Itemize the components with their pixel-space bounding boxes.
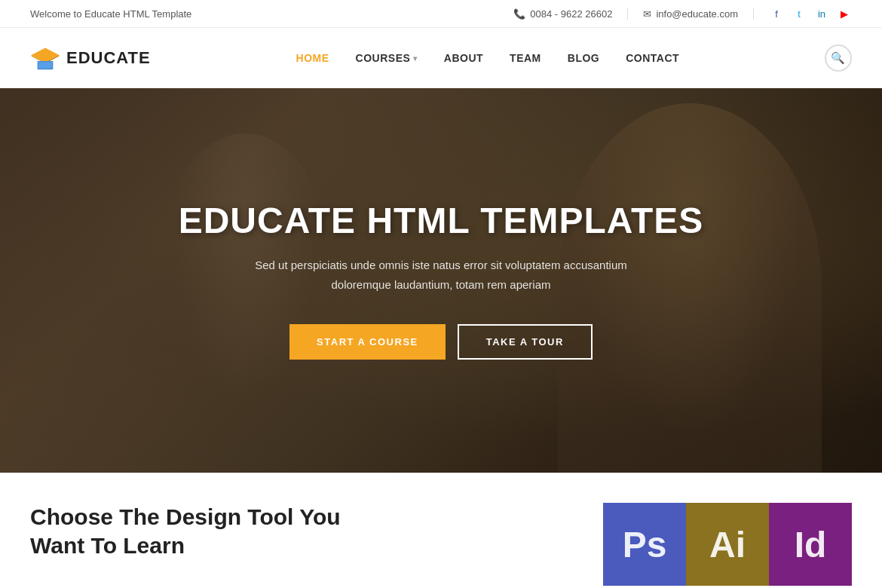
youtube-icon[interactable]: ▶ <box>837 6 852 21</box>
email-contact: ✉ info@educate.com <box>643 8 738 20</box>
illustrator-tool[interactable]: Ai <box>686 503 769 586</box>
divider2 <box>753 8 754 20</box>
logo[interactable]: EDUCATE <box>30 43 151 73</box>
nav-menu: HOME COURSES ▾ ABOUT TEAM BLOG CONTACT <box>296 52 680 64</box>
indesign-tool[interactable]: Id <box>769 503 852 586</box>
twitter-icon[interactable]: t <box>792 6 807 21</box>
top-bar: Welcome to Educate HTML Template 📞 0084 … <box>0 0 882 28</box>
svg-rect-4 <box>38 63 52 69</box>
hero-section: EDUCATE HTML TEMPLATES Sed ut perspiciat… <box>0 88 882 473</box>
nav-about[interactable]: ABOUT <box>444 52 483 64</box>
facebook-icon[interactable]: f <box>769 6 784 21</box>
bottom-section: Choose The Design Tool You Want To Learn… <box>0 473 882 586</box>
welcome-text: Welcome to Educate HTML Template <box>30 8 191 20</box>
social-links: f t in ▶ <box>769 6 852 21</box>
photoshop-tool[interactable]: Ps <box>603 503 686 586</box>
hero-subtitle: Sed ut perspiciatis unde omnis iste natu… <box>179 256 704 294</box>
navbar: EDUCATE HOME COURSES ▾ ABOUT TEAM BLOG C… <box>0 28 882 88</box>
divider <box>627 8 628 20</box>
start-course-button[interactable]: START A COURSE <box>289 324 446 360</box>
search-button[interactable]: 🔍 <box>825 44 852 72</box>
phone-contact: 📞 0084 - 9622 26602 <box>513 8 612 20</box>
nav-home[interactable]: HOME <box>296 52 329 64</box>
hero-content: EDUCATE HTML TEMPLATES Sed ut perspiciat… <box>164 201 719 360</box>
courses-label: COURSES <box>356 52 411 64</box>
email-address: info@educate.com <box>656 8 738 20</box>
search-icon: 🔍 <box>831 51 845 65</box>
phone-icon: 📞 <box>513 8 525 20</box>
linkedin-icon[interactable]: in <box>814 6 829 21</box>
bottom-heading: Choose The Design Tool You Want To Learn <box>30 503 341 559</box>
hero-title: EDUCATE HTML TEMPLATES <box>179 201 704 241</box>
design-tools: Ps Ai Id <box>603 503 852 586</box>
nav-contact[interactable]: CONTACT <box>626 52 679 64</box>
nav-blog[interactable]: BLOG <box>568 52 599 64</box>
top-bar-right: 📞 0084 - 9622 26602 ✉ info@educate.com f… <box>513 6 852 21</box>
take-tour-button[interactable]: TAKE A TOUR <box>458 324 593 360</box>
bottom-text: Choose The Design Tool You Want To Learn <box>30 503 341 559</box>
chevron-down-icon: ▾ <box>413 54 418 63</box>
nav-courses[interactable]: COURSES ▾ <box>356 52 418 64</box>
email-icon: ✉ <box>643 8 651 20</box>
hero-buttons: START A COURSE TAKE A TOUR <box>179 324 704 360</box>
phone-number: 0084 - 9622 26602 <box>530 8 612 20</box>
logo-text: EDUCATE <box>66 48 151 68</box>
graduation-cap-icon <box>30 43 60 73</box>
nav-team[interactable]: TEAM <box>510 52 541 64</box>
svg-marker-0 <box>32 47 60 62</box>
